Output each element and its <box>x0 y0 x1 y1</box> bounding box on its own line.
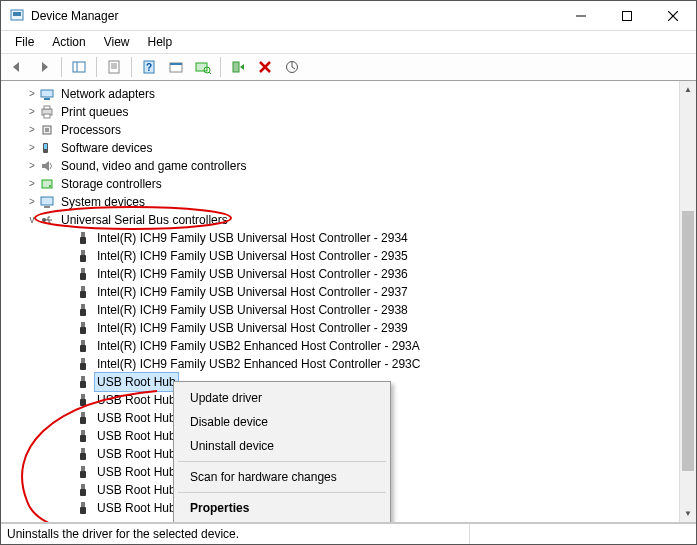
usb-icon <box>75 284 91 300</box>
svg-rect-66 <box>80 489 86 496</box>
svg-text:?: ? <box>146 62 152 73</box>
maximize-button[interactable] <box>604 1 650 31</box>
svg-rect-47 <box>81 322 85 327</box>
expand-toggle[interactable]: > <box>25 103 39 121</box>
tree-usb-child-6[interactable]: Intel(R) ICH9 Family USB2 Enhanced Host … <box>1 337 696 355</box>
tree-item-label: Intel(R) ICH9 Family USB Universal Host … <box>95 301 410 319</box>
expand-toggle[interactable]: > <box>25 121 39 139</box>
tree-item-label: Sound, video and game controllers <box>59 157 248 175</box>
usb-cat-icon <box>39 212 55 228</box>
svg-rect-35 <box>44 206 50 208</box>
tree-category-2[interactable]: >Processors <box>1 121 696 139</box>
expand-toggle[interactable]: > <box>25 193 39 211</box>
usb-icon <box>75 392 91 408</box>
tree-item-label: Intel(R) ICH9 Family USB Universal Host … <box>95 229 410 247</box>
svg-rect-26 <box>44 106 50 109</box>
forward-button[interactable] <box>32 56 56 78</box>
ctx-uninstall-device[interactable]: Uninstall device <box>176 434 388 458</box>
ctx-disable-device[interactable]: Disable device <box>176 410 388 434</box>
svg-rect-62 <box>80 453 86 460</box>
tree-item-label: USB Root Hub <box>95 391 178 409</box>
tree-category-1[interactable]: >Print queues <box>1 103 696 121</box>
scroll-up-button[interactable]: ▲ <box>680 81 696 98</box>
tree-item-label: USB Root Hub <box>95 445 178 463</box>
toolbar: ? <box>1 53 696 81</box>
titlebar: Device Manager <box>1 1 696 31</box>
svg-rect-31 <box>44 144 47 149</box>
scroll-down-button[interactable]: ▼ <box>680 505 696 522</box>
action-button[interactable] <box>164 56 188 78</box>
svg-rect-65 <box>81 484 85 489</box>
svg-rect-44 <box>80 291 86 298</box>
svg-rect-40 <box>80 255 86 262</box>
tree-usb-child-0[interactable]: Intel(R) ICH9 Family USB Universal Host … <box>1 229 696 247</box>
properties-button[interactable] <box>102 56 126 78</box>
tree-item-label: Processors <box>59 121 123 139</box>
tree-item-label: Intel(R) ICH9 Family USB Universal Host … <box>95 319 410 337</box>
svg-rect-59 <box>81 430 85 435</box>
toolbar-separator <box>220 57 221 77</box>
network-icon <box>39 86 55 102</box>
menu-action[interactable]: Action <box>44 33 93 51</box>
svg-rect-50 <box>80 345 86 352</box>
expand-toggle[interactable]: > <box>25 85 39 103</box>
ctx-scan-hardware[interactable]: Scan for hardware changes <box>176 465 388 489</box>
tree-category-usb[interactable]: vUniversal Serial Bus controllers <box>1 211 696 229</box>
tree-category-4[interactable]: >Sound, video and game controllers <box>1 157 696 175</box>
svg-rect-60 <box>80 435 86 442</box>
svg-rect-24 <box>44 98 50 100</box>
tree-category-5[interactable]: >Storage controllers <box>1 175 696 193</box>
tree-item-label: USB Root Hub <box>95 481 178 499</box>
svg-rect-64 <box>80 471 86 478</box>
expand-toggle[interactable]: > <box>25 157 39 175</box>
tree-category-6[interactable]: >System devices <box>1 193 696 211</box>
help-button[interactable]: ? <box>137 56 161 78</box>
tree-item-label: USB Root Hub <box>95 409 178 427</box>
cpu-icon <box>39 122 55 138</box>
svg-rect-54 <box>80 381 86 388</box>
usb-icon <box>75 338 91 354</box>
vertical-scrollbar[interactable]: ▲ ▼ <box>679 81 696 522</box>
menu-help[interactable]: Help <box>140 33 181 51</box>
show-hide-tree-button[interactable] <box>67 56 91 78</box>
tree-item-label: System devices <box>59 193 147 211</box>
statusbar: Uninstalls the driver for the selected d… <box>1 522 696 544</box>
expand-toggle[interactable]: > <box>25 175 39 193</box>
menu-file[interactable]: File <box>7 33 42 51</box>
uninstall-device-button[interactable] <box>253 56 277 78</box>
tree-usb-child-3[interactable]: Intel(R) ICH9 Family USB Universal Host … <box>1 283 696 301</box>
menubar: File Action View Help <box>1 31 696 53</box>
tree-usb-child-1[interactable]: Intel(R) ICH9 Family USB Universal Host … <box>1 247 696 265</box>
tree-usb-child-5[interactable]: Intel(R) ICH9 Family USB Universal Host … <box>1 319 696 337</box>
tree-item-label: USB Root Hub <box>95 499 178 517</box>
ctx-update-driver[interactable]: Update driver <box>176 386 388 410</box>
svg-rect-52 <box>80 363 86 370</box>
enable-device-button[interactable] <box>226 56 250 78</box>
svg-rect-27 <box>44 114 50 118</box>
svg-line-18 <box>209 72 211 74</box>
svg-rect-63 <box>81 466 85 471</box>
expand-toggle[interactable]: > <box>25 139 39 157</box>
tree-usb-child-4[interactable]: Intel(R) ICH9 Family USB Universal Host … <box>1 301 696 319</box>
minimize-button[interactable] <box>558 1 604 31</box>
ctx-properties[interactable]: Properties <box>176 496 388 520</box>
tree-category-3[interactable]: >Software devices <box>1 139 696 157</box>
svg-rect-57 <box>81 412 85 417</box>
tree-usb-child-2[interactable]: Intel(R) ICH9 Family USB Universal Host … <box>1 265 696 283</box>
svg-rect-68 <box>80 507 86 514</box>
close-button[interactable] <box>650 1 696 31</box>
tree-item-label: Intel(R) ICH9 Family USB2 Enhanced Host … <box>95 355 422 373</box>
back-button[interactable] <box>5 56 29 78</box>
menu-view[interactable]: View <box>96 33 138 51</box>
scroll-thumb[interactable] <box>682 211 694 471</box>
tree-usb-child-7[interactable]: Intel(R) ICH9 Family USB2 Enhanced Host … <box>1 355 696 373</box>
toolbar-separator <box>131 57 132 77</box>
svg-rect-3 <box>623 11 632 20</box>
scan-hardware-button[interactable] <box>191 56 215 78</box>
expand-toggle[interactable]: v <box>25 211 39 229</box>
software-icon <box>39 140 55 156</box>
update-driver-button[interactable] <box>280 56 304 78</box>
tree-category-0[interactable]: >Network adapters <box>1 85 696 103</box>
svg-rect-46 <box>80 309 86 316</box>
tree-item-label: Print queues <box>59 103 130 121</box>
